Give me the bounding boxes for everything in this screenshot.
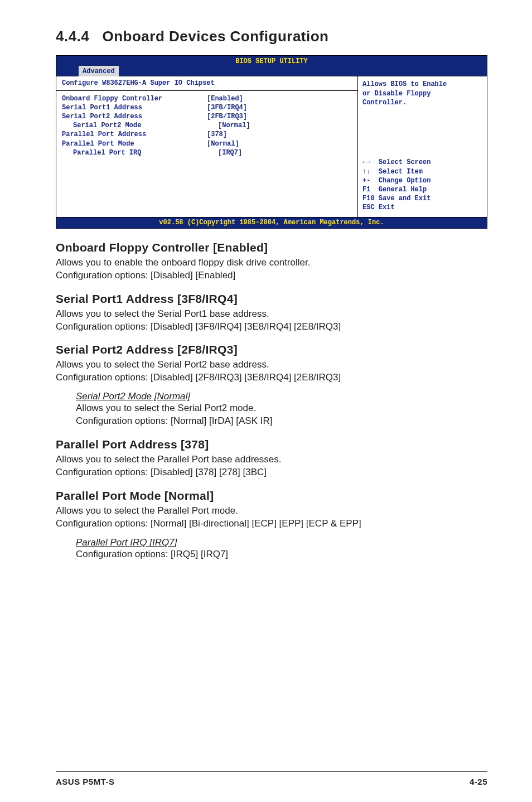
paragraph: Allows you to select the Serial Port2 mo… <box>76 402 487 428</box>
subheading-serial2: Serial Port2 Address [2F8/IRQ3] <box>56 343 487 356</box>
bios-item-value: [Normal] <box>207 139 239 148</box>
bios-item-label: Serial Port2 Mode <box>62 121 218 130</box>
text-line: Configuration options: [Normal] [Bi-dire… <box>56 518 361 529</box>
bios-subheading: Configure W83627EHG-A Super IO Chipset <box>56 78 357 90</box>
subheading-serial2-mode: Serial Port2 Mode [Normal] <box>76 391 487 402</box>
text-line: Configuration options: [Disabled] [2F8/I… <box>56 372 341 383</box>
paragraph: Allows you to enable the onboard floppy … <box>56 257 487 282</box>
bios-item-value: [2FB/IRQ3] <box>207 112 247 121</box>
paragraph: Configuration options: [IRQ5] [IRQ7] <box>76 548 487 561</box>
footer-left: ASUS P5MT-S <box>56 777 115 786</box>
text-line: Allows you to select the Serial Port2 mo… <box>76 403 256 413</box>
page-footer: ASUS P5MT-S 4-25 <box>56 777 487 786</box>
paragraph: Allows you to select the Parallel Port b… <box>56 453 487 479</box>
text-line: Configuration options: [Normal] [IrDA] [… <box>76 416 272 426</box>
bios-item-value: [3FB/IRQ4] <box>207 103 247 112</box>
subheading-parallel-addr: Parallel Port Address [378] <box>56 438 487 451</box>
bios-footer: v02.58 (C)Copyright 1985-2004, American … <box>56 217 487 228</box>
text-line: Allows you to select the Serial Port2 ba… <box>56 359 269 370</box>
section-heading: 4.4.4 Onboard Devices Configuration <box>56 28 487 45</box>
paragraph: Allows you to select the Parallel Port m… <box>56 505 487 530</box>
text-line: Allows you to enable the onboard floppy … <box>56 257 310 268</box>
text-line: Configuration options: [Disabled] [Enabl… <box>56 270 235 281</box>
bios-help-line: Controller. <box>362 98 482 107</box>
section-title: Onboard Devices Configuration <box>103 28 329 45</box>
subheading-floppy: Onboard Floppy Controller [Enabled] <box>56 241 487 254</box>
bios-item: Onboard Floppy Controller [Enabled] <box>62 94 352 103</box>
bios-right-pane: Allows BIOS to Enable or Disable Floppy … <box>358 76 487 216</box>
bios-item-label: Serial Port1 Address <box>62 103 207 112</box>
bios-item-value: [Enabled] <box>207 94 243 103</box>
bios-item: Parallel Port IRQ [IRQ7] <box>62 148 352 157</box>
paragraph: Allows you to select the Serial Port2 ba… <box>56 359 487 384</box>
bios-item-label: Onboard Floppy Controller <box>62 94 207 103</box>
bios-item-label: Parallel Port Mode <box>62 139 207 148</box>
subheading-parallel-irq: Parallel Port IRQ [IRQ7] <box>76 537 487 548</box>
bios-header: BIOS SETUP UTILITY Advanced <box>56 56 487 76</box>
bios-item: Parallel Port Address [378] <box>62 130 352 139</box>
text-line: Allows you to select the Parallel Port b… <box>56 454 281 465</box>
bios-tab-advanced: Advanced <box>79 66 119 76</box>
footer-right: 4-25 <box>470 777 487 786</box>
bios-left-pane: Configure W83627EHG-A Super IO Chipset O… <box>56 76 358 216</box>
bios-help-line: or Disable Floppy <box>362 89 482 98</box>
text-line: Configuration options: [Disabled] [3F8/I… <box>56 321 341 332</box>
bios-item: Serial Port2 Mode [Normal] <box>62 121 352 130</box>
section-number: 4.4.4 <box>56 28 89 45</box>
indent-block: Serial Port2 Mode [Normal] Allows you to… <box>56 391 487 428</box>
bios-title: BIOS SETUP UTILITY <box>56 57 487 66</box>
bios-item-label: Serial Port2 Address <box>62 112 207 121</box>
bios-item-value: [IRQ7] <box>218 148 242 157</box>
footer-divider <box>56 771 487 772</box>
bios-item: Serial Port2 Address [2FB/IRQ3] <box>62 112 352 121</box>
paragraph: Allows you to select the Serial Port1 ba… <box>56 308 487 334</box>
bios-help-text: Allows BIOS to Enable or Disable Floppy … <box>362 80 482 158</box>
bios-screenshot: BIOS SETUP UTILITY Advanced Configure W8… <box>56 55 487 229</box>
bios-help-line: Allows BIOS to Enable <box>362 80 482 89</box>
bios-item-label: Parallel Port IRQ <box>62 148 218 157</box>
bios-item-value: [Normal] <box>218 121 250 130</box>
indent-block: Parallel Port IRQ [IRQ7] Configuration o… <box>56 537 487 561</box>
bios-key-hints: ←→ Select Screen ↑↓ Select Item +- Chang… <box>362 158 482 212</box>
subheading-serial1: Serial Port1 Address [3F8/IRQ4] <box>56 292 487 306</box>
bios-item: Serial Port1 Address [3FB/IRQ4] <box>62 103 352 112</box>
subheading-parallel-mode: Parallel Port Mode [Normal] <box>56 489 487 503</box>
text-line: Configuration options: [Disabled] [378] … <box>56 467 267 477</box>
text-line: Configuration options: [IRQ5] [IRQ7] <box>76 549 228 559</box>
bios-item-value: [378] <box>207 130 227 139</box>
text-line: Allows you to select the Parallel Port m… <box>56 505 238 516</box>
text-line: Allows you to select the Serial Port1 ba… <box>56 308 269 319</box>
bios-item: Parallel Port Mode [Normal] <box>62 139 352 148</box>
bios-item-label: Parallel Port Address <box>62 130 207 139</box>
